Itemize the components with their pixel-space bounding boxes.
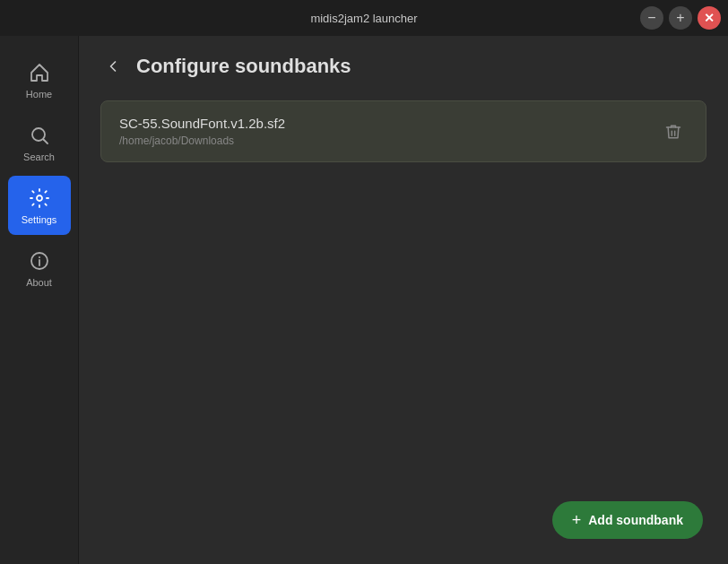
close-button[interactable]: ✕: [698, 6, 721, 30]
sidebar-item-settings-label: Settings: [22, 214, 57, 225]
back-button[interactable]: [100, 54, 126, 79]
window-controls: − + ✕: [640, 6, 721, 30]
main-layout: Home Search Settings: [0, 36, 728, 564]
sidebar-item-settings[interactable]: Settings: [8, 176, 71, 235]
settings-icon: [27, 186, 52, 211]
svg-point-5: [39, 256, 40, 258]
delete-soundbank-button[interactable]: [659, 117, 688, 146]
soundbank-path: /home/jacob/Downloads: [119, 134, 285, 147]
soundbank-card: SC-55.SoundFont.v1.2b.sf2 /home/jacob/Do…: [100, 100, 706, 162]
titlebar: midis2jam2 launcher − + ✕: [0, 0, 728, 36]
svg-line-1: [43, 140, 48, 144]
sidebar-item-home[interactable]: Home: [8, 50, 71, 109]
sidebar: Home Search Settings: [0, 36, 79, 564]
sidebar-item-home-label: Home: [26, 89, 52, 100]
soundbank-name: SC-55.SoundFont.v1.2b.sf2: [119, 116, 285, 131]
search-icon: [27, 123, 52, 148]
add-soundbank-button[interactable]: + Add soundbank: [552, 501, 703, 539]
home-icon: [27, 60, 52, 85]
maximize-button[interactable]: +: [669, 6, 692, 30]
info-icon: [27, 248, 52, 273]
plus-icon: +: [572, 512, 582, 528]
soundbank-info: SC-55.SoundFont.v1.2b.sf2 /home/jacob/Do…: [119, 116, 285, 147]
minimize-button[interactable]: −: [640, 6, 663, 30]
sidebar-item-about[interactable]: About: [8, 239, 71, 298]
page-title: Configure soundbanks: [136, 55, 351, 78]
sidebar-item-search[interactable]: Search: [8, 113, 71, 172]
svg-point-2: [37, 195, 42, 201]
sidebar-item-about-label: About: [26, 277, 52, 288]
app-title: midis2jam2 launcher: [310, 12, 417, 25]
add-soundbank-label: Add soundbank: [588, 513, 683, 527]
trash-icon: [664, 123, 682, 141]
page-header: Configure soundbanks: [100, 54, 706, 79]
sidebar-item-search-label: Search: [23, 152, 55, 162]
content-area: Configure soundbanks SC-55.SoundFont.v1.…: [79, 36, 728, 564]
